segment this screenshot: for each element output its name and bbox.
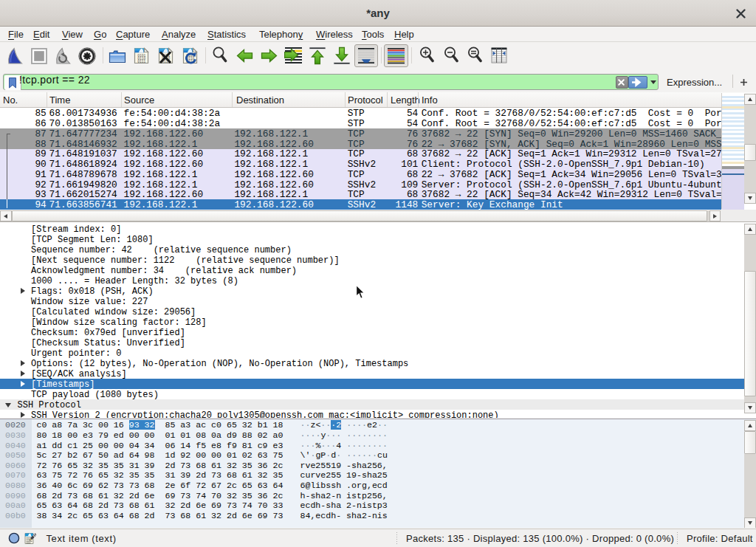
svg-text:0111: 0111 xyxy=(137,60,145,63)
